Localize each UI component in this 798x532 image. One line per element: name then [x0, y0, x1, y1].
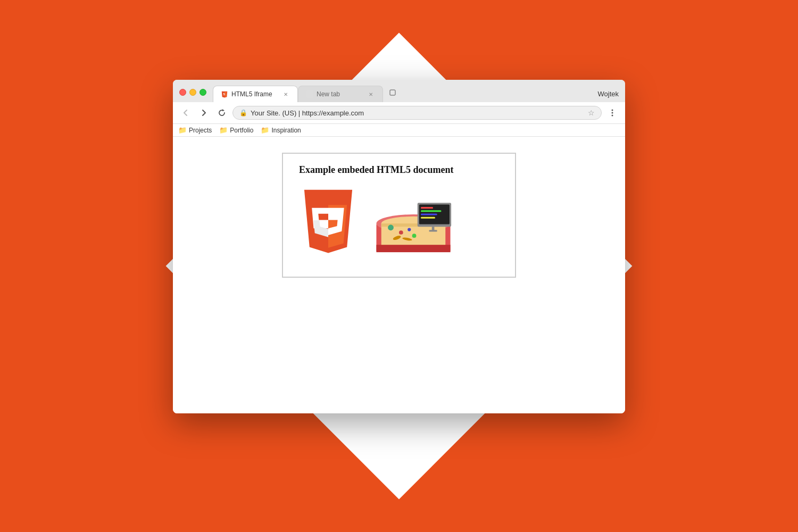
embedded-frame: Example embeded HTML5 document — [282, 153, 516, 278]
folder-projects-icon: 📁 — [178, 126, 187, 134]
svg-rect-23 — [421, 210, 442, 212]
vertical-dots-icon — [608, 108, 617, 118]
traffic-lights — [179, 89, 206, 102]
svg-point-29 — [399, 230, 403, 235]
forward-icon — [200, 109, 208, 117]
folder-inspiration-icon: 📁 — [261, 126, 269, 134]
bookmark-inspiration[interactable]: 📁 Inspiration — [261, 126, 301, 134]
sandbox-illustration-image — [368, 186, 459, 261]
close-button[interactable] — [179, 89, 186, 96]
svg-point-7 — [612, 112, 613, 114]
tab-newtab-close-icon[interactable]: ✕ — [367, 90, 375, 98]
secure-icon: 🔒 — [239, 109, 247, 117]
page-content: Example embeded HTML5 document — [173, 137, 625, 413]
minimize-button[interactable] — [189, 89, 196, 96]
back-icon — [181, 109, 190, 117]
forward-button[interactable] — [196, 105, 211, 120]
bookmark-portfolio[interactable]: 📁 Portfolio — [219, 126, 253, 134]
svg-point-6 — [612, 110, 613, 111]
reload-button[interactable] — [214, 105, 229, 120]
tabs-container: 5 HTML5 Iframe ✕ New tab ✕ — [213, 85, 598, 102]
back-button[interactable] — [178, 105, 193, 120]
nav-bar: 🔒 Your Site. (US) | https://example.com … — [173, 102, 625, 124]
tab-html5-label: HTML5 Iframe — [231, 90, 272, 98]
svg-point-33 — [412, 234, 417, 238]
svg-point-30 — [408, 228, 411, 231]
bookmark-inspiration-label: Inspiration — [271, 127, 301, 134]
add-tab-icon — [388, 88, 397, 97]
html5-favicon-icon: 5 — [221, 90, 228, 98]
html5-logo-image — [299, 189, 358, 258]
bookmarks-bar: 📁 Projects 📁 Portfolio 📁 Inspiration — [173, 124, 625, 137]
svg-point-28 — [388, 225, 394, 230]
svg-rect-25 — [421, 217, 435, 219]
tab-html5-close-icon[interactable]: ✕ — [281, 90, 290, 98]
browser-window: 5 HTML5 Iframe ✕ New tab ✕ W — [173, 80, 625, 413]
embedded-document-title: Example embeded HTML5 document — [299, 164, 499, 176]
reload-icon — [218, 109, 226, 117]
svg-rect-22 — [421, 207, 433, 209]
svg-rect-19 — [376, 245, 450, 252]
newtab-favicon-icon — [306, 90, 313, 98]
title-bar: 5 HTML5 Iframe ✕ New tab ✕ W — [173, 80, 625, 102]
tab-html5-iframe[interactable]: 5 HTML5 Iframe ✕ — [213, 86, 298, 102]
tab-new-tab[interactable]: New tab ✕ — [298, 86, 383, 102]
address-text: Your Site. (US) | https://example.com — [251, 109, 585, 117]
embedded-images — [299, 186, 499, 261]
svg-rect-24 — [421, 213, 437, 215]
svg-point-8 — [612, 115, 613, 117]
menu-button[interactable] — [605, 105, 620, 120]
address-bar[interactable]: 🔒 Your Site. (US) | https://example.com … — [232, 106, 602, 120]
folder-portfolio-icon: 📁 — [219, 126, 228, 134]
profile-area: Wojtek — [598, 90, 619, 102]
new-tab-button[interactable] — [385, 85, 400, 100]
bookmark-projects-label: Projects — [189, 127, 212, 134]
bookmark-star-icon[interactable]: ☆ — [588, 109, 595, 117]
svg-rect-4 — [390, 90, 395, 95]
svg-text:5: 5 — [223, 92, 225, 96]
bookmark-projects[interactable]: 📁 Projects — [178, 126, 212, 134]
profile-name: Wojtek — [598, 90, 619, 98]
tab-newtab-label: New tab — [317, 90, 340, 98]
svg-marker-5 — [222, 109, 225, 111]
svg-rect-27 — [429, 230, 437, 231]
bookmark-portfolio-label: Portfolio — [230, 127, 253, 134]
maximize-button[interactable] — [200, 89, 206, 96]
svg-rect-3 — [306, 90, 313, 98]
